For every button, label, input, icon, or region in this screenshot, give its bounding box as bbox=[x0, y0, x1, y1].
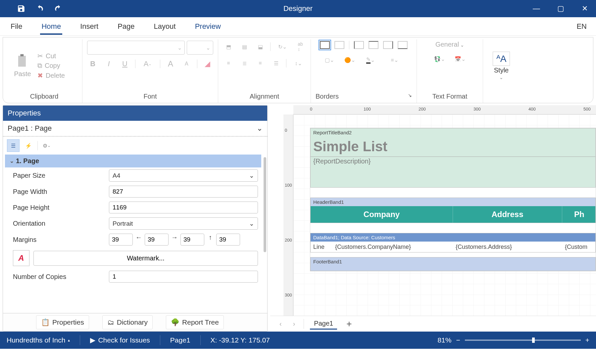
check-issues-button[interactable]: ▶Check for Issues bbox=[90, 336, 150, 344]
footer-band[interactable]: FooterBand1 bbox=[310, 257, 596, 271]
line-spacing-button[interactable]: ↕⌄ bbox=[290, 57, 306, 69]
border-bottom-icon[interactable] bbox=[398, 41, 408, 49]
data-company[interactable]: {Customers.CompanyName} bbox=[332, 244, 453, 250]
shadow-button[interactable]: ▢⌄ bbox=[322, 54, 337, 66]
font-family-select[interactable]: ⌄ bbox=[87, 41, 185, 55]
currency-format-icon[interactable]: 💱⌄ bbox=[432, 53, 448, 65]
copy-button[interactable]: ⧉Copy bbox=[36, 61, 66, 70]
margin-bottom-input[interactable] bbox=[216, 234, 240, 246]
italic-button[interactable]: I bbox=[103, 58, 114, 70]
tab-page[interactable]: Page bbox=[116, 20, 136, 33]
align-middle-icon[interactable]: ▤ bbox=[238, 41, 250, 53]
copy-icon: ⧉ bbox=[37, 62, 42, 69]
report-title-band[interactable]: ReportTitleBand2 Simple List {ReportDesc… bbox=[310, 128, 596, 188]
tab-home[interactable]: Home bbox=[40, 20, 62, 33]
paste-button[interactable]: Paste bbox=[11, 54, 34, 78]
minimize-button[interactable]: — bbox=[528, 2, 544, 15]
margin-left-input[interactable] bbox=[109, 234, 133, 246]
maximize-button[interactable]: ▢ bbox=[553, 2, 569, 15]
border-color-button[interactable]: ✎⌄ bbox=[363, 54, 378, 66]
events-view-button[interactable]: ⚡ bbox=[22, 139, 35, 152]
margin-right-input[interactable] bbox=[145, 234, 169, 246]
report-title-text[interactable]: Simple List bbox=[311, 137, 595, 157]
delete-button[interactable]: ✖Delete bbox=[36, 71, 66, 80]
margin-top-input[interactable] bbox=[180, 234, 204, 246]
paper-size-select[interactable]: A4⌄ bbox=[109, 169, 258, 182]
cut-button[interactable]: ✂Cut bbox=[36, 51, 66, 61]
next-page-button[interactable]: › bbox=[290, 320, 298, 328]
justify-icon[interactable]: ☰ bbox=[270, 57, 282, 69]
align-right-icon[interactable]: ≡ bbox=[254, 57, 266, 69]
data-address[interactable]: {Customers.Address} bbox=[453, 244, 562, 250]
tab-report-tree[interactable]: 🌳Report Tree bbox=[166, 315, 224, 329]
zoom-in-button[interactable]: + bbox=[585, 336, 589, 344]
border-left-icon[interactable] bbox=[354, 41, 364, 49]
style-button[interactable]: ᴬA Style ⌄ bbox=[493, 52, 510, 80]
fill-button[interactable]: 🟠⌄ bbox=[342, 54, 358, 66]
tab-insert[interactable]: Insert bbox=[79, 20, 100, 33]
report-description-text[interactable]: {ReportDescription} bbox=[311, 157, 595, 166]
selection-dropdown[interactable]: Page1 : Page ⌄ bbox=[3, 121, 267, 137]
underline-button[interactable]: U bbox=[119, 58, 130, 70]
border-right-icon[interactable] bbox=[383, 41, 393, 49]
header-company[interactable]: Company bbox=[311, 206, 453, 223]
header-address[interactable]: Address bbox=[453, 206, 562, 223]
close-button[interactable]: ✕ bbox=[577, 2, 593, 15]
tab-layout[interactable]: Layout bbox=[153, 20, 177, 33]
font-color-button[interactable]: A⌄ bbox=[140, 58, 155, 70]
tab-dictionary[interactable]: 🗂Dictionary bbox=[102, 315, 153, 329]
zoom-slider[interactable] bbox=[465, 340, 581, 341]
report-page[interactable]: ReportTitleBand2 Simple List {ReportDesc… bbox=[310, 128, 596, 271]
save-button[interactable] bbox=[13, 2, 29, 15]
align-bottom-icon[interactable]: ⬓ bbox=[254, 41, 266, 53]
text-direction-icon[interactable]: ab↕ bbox=[294, 41, 306, 53]
group-label-textformat: Text Format bbox=[422, 91, 478, 102]
border-top-icon[interactable] bbox=[369, 41, 378, 49]
page-height-input[interactable] bbox=[109, 202, 258, 213]
border-none-icon[interactable] bbox=[334, 41, 344, 49]
bold-button[interactable]: B bbox=[87, 58, 98, 70]
units-selector[interactable]: Hundredths of Inch▴ bbox=[7, 336, 70, 344]
border-all-icon[interactable] bbox=[320, 41, 330, 49]
undo-button[interactable] bbox=[32, 2, 48, 15]
font-size-select[interactable]: ⌄ bbox=[187, 41, 213, 55]
date-format-icon[interactable]: 📅⌄ bbox=[452, 53, 468, 65]
prop-page-height: Page Height bbox=[5, 200, 261, 215]
border-style-button[interactable]: ≡⌄ bbox=[383, 54, 406, 66]
clear-format-button[interactable]: ◢ bbox=[202, 58, 213, 70]
rotate-button[interactable]: ↻⌄ bbox=[274, 41, 290, 53]
align-top-icon[interactable]: ⬒ bbox=[223, 41, 234, 53]
tab-properties[interactable]: 📋Properties bbox=[36, 315, 89, 329]
align-center-icon[interactable]: ≣ bbox=[238, 57, 250, 69]
page-tab-page1[interactable]: Page1 bbox=[310, 318, 337, 330]
shrink-font-button[interactable]: A bbox=[181, 58, 192, 70]
title-bar: Designer — ▢ ✕ bbox=[0, 0, 596, 17]
data-custom[interactable]: {Custom bbox=[562, 244, 595, 250]
prev-page-button[interactable]: ‹ bbox=[277, 320, 284, 328]
tab-preview[interactable]: Preview bbox=[194, 20, 222, 33]
zoom-out-button[interactable]: − bbox=[456, 336, 460, 344]
tab-file[interactable]: File bbox=[9, 20, 24, 33]
watermark-button[interactable]: Watermark... bbox=[33, 251, 258, 266]
copies-input[interactable] bbox=[109, 271, 258, 283]
categorized-view-button[interactable]: ☰ bbox=[7, 139, 20, 152]
vertical-scrollbar[interactable] bbox=[264, 157, 266, 252]
header-phone[interactable]: Ph bbox=[562, 206, 595, 223]
add-page-button[interactable]: + bbox=[343, 319, 355, 329]
borders-dialog-icon[interactable]: ↘ bbox=[408, 93, 412, 100]
data-band[interactable]: DataBand1; Data Source: Customers Line {… bbox=[310, 233, 596, 252]
data-line[interactable]: Line bbox=[311, 244, 332, 250]
category-page[interactable]: 1. Page bbox=[5, 155, 261, 167]
redo-button[interactable] bbox=[50, 2, 66, 15]
settings-button[interactable]: ⚙⌄ bbox=[40, 139, 53, 152]
canvas[interactable]: ReportTitleBand2 Simple List {ReportDesc… bbox=[293, 114, 596, 318]
header-band[interactable]: HeaderBand1 Company Address Ph bbox=[310, 198, 596, 223]
align-left-icon[interactable]: ≡ bbox=[223, 57, 234, 69]
orientation-select[interactable]: Portrait⌄ bbox=[109, 217, 258, 230]
language-indicator[interactable]: EN bbox=[576, 22, 587, 31]
quick-access-toolbar bbox=[0, 2, 66, 15]
format-general-select[interactable]: General bbox=[435, 41, 464, 48]
page-width-input[interactable] bbox=[109, 186, 258, 198]
grow-font-button[interactable]: A bbox=[165, 58, 176, 70]
zoom-level: 81% bbox=[437, 336, 451, 344]
